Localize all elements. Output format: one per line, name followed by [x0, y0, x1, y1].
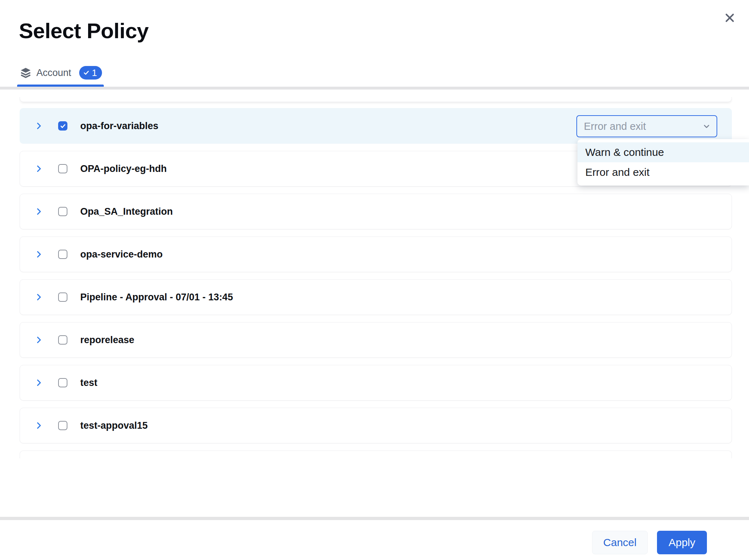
chevron-right-icon[interactable] — [35, 122, 43, 130]
check-icon — [83, 70, 90, 76]
policy-label: reporelease — [80, 335, 134, 346]
policy-checkbox[interactable] — [58, 378, 67, 387]
policy-checkbox[interactable] — [58, 421, 67, 430]
policy-label: opa-for-variables — [80, 121, 158, 132]
policy-row-opa-sa-integration[interactable]: Opa_SA_Integration — [20, 194, 732, 229]
chevron-right-icon[interactable] — [35, 336, 43, 344]
chevron-right-icon[interactable] — [35, 378, 43, 387]
policy-checkbox[interactable] — [58, 207, 67, 216]
policy-checkbox[interactable] — [58, 164, 67, 173]
clipped-row-above — [20, 97, 732, 102]
policy-label: Opa_SA_Integration — [80, 206, 173, 217]
policy-checkbox[interactable] — [58, 335, 67, 345]
severity-select[interactable]: Error and exit — [576, 115, 717, 137]
policy-row-test-appoval15[interactable]: test-appoval15 — [20, 408, 732, 443]
policy-checkbox[interactable] — [58, 250, 67, 259]
policy-row-test[interactable]: test — [20, 365, 732, 401]
policy-row-opa-service-demo[interactable]: opa-service-demo — [20, 236, 732, 272]
tab-bar: Account 1 — [20, 65, 102, 80]
severity-select-value: Error and exit — [584, 121, 646, 132]
chevron-right-icon[interactable] — [35, 164, 43, 173]
policy-row-pipeline-approval[interactable]: Pipeline - Approval - 07/01 - 13:45 — [20, 279, 732, 315]
policy-label: test — [80, 377, 97, 388]
cancel-button[interactable]: Cancel — [592, 531, 648, 554]
chevron-right-icon[interactable] — [35, 250, 43, 259]
policy-label: Pipeline - Approval - 07/01 - 13:45 — [80, 292, 233, 303]
policy-label: OPA-policy-eg-hdh — [80, 163, 167, 174]
chevron-right-icon[interactable] — [35, 207, 43, 216]
dropdown-option-error-exit[interactable]: Error and exit — [577, 162, 749, 182]
tab-account[interactable]: Account — [36, 67, 71, 78]
close-icon[interactable] — [721, 9, 738, 26]
footer-divider — [0, 517, 749, 520]
layers-icon — [20, 67, 32, 79]
apply-button[interactable]: Apply — [657, 531, 707, 554]
select-policy-modal: Select Policy Account 1 — [0, 0, 749, 560]
policy-label: opa-service-demo — [80, 249, 163, 260]
selected-count-badge: 1 — [79, 66, 102, 80]
severity-dropdown-menu: Warn & continue Error and exit — [577, 139, 749, 185]
page-title: Select Policy — [19, 20, 149, 42]
selected-count: 1 — [92, 67, 97, 78]
check-icon — [60, 123, 66, 129]
chevron-right-icon[interactable] — [35, 293, 43, 301]
policy-label: test-appoval15 — [80, 420, 148, 431]
chevron-right-icon[interactable] — [35, 421, 43, 430]
dropdown-option-warn-continue[interactable]: Warn & continue — [577, 142, 749, 162]
policy-checkbox[interactable] — [58, 121, 67, 131]
chevron-down-icon — [702, 122, 711, 131]
policy-checkbox[interactable] — [58, 292, 67, 302]
clipped-row-below — [20, 450, 732, 458]
policy-row-reporelease[interactable]: reporelease — [20, 322, 732, 358]
tabs-divider — [0, 87, 749, 90]
policy-row-opa-for-variables[interactable]: opa-for-variables Error and exit — [20, 108, 732, 144]
